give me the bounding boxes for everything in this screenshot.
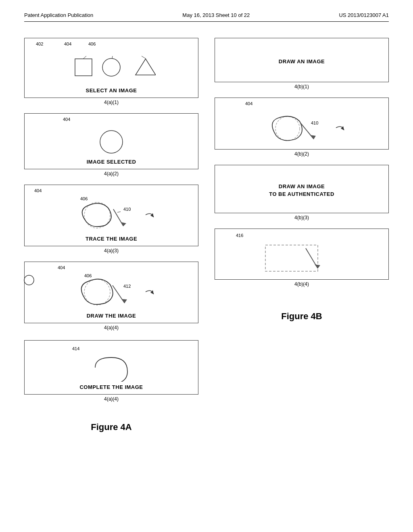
svg-marker-10	[121, 222, 126, 226]
svg-4a1	[67, 53, 156, 85]
svg-rect-0	[75, 59, 92, 76]
svg-point-14	[84, 279, 110, 305]
svg-4a5	[75, 353, 148, 382]
fig-label-4a5: 4(a)(4)	[24, 396, 198, 402]
figure-4b-title: Figure 4B	[281, 311, 322, 321]
svg-marker-16	[121, 299, 127, 303]
header-left: Patent Application Publication	[24, 12, 93, 18]
annot-406-1: 406	[88, 42, 96, 46]
svg-4a3	[65, 197, 158, 233]
svg-small-circle	[23, 274, 35, 286]
panel-4a4-label: DRAW THE IMAGE	[29, 313, 193, 319]
annot-410-b2: 410	[311, 121, 318, 125]
fig-label-4b2: 4(b)(2)	[215, 151, 389, 157]
panel-4a2: 404 IMAGE SELECTED 4(a)(2)	[24, 113, 198, 177]
panel-4a3: 404 406 410	[24, 185, 198, 254]
svg-4a2	[67, 127, 156, 156]
svg-line-3	[112, 56, 113, 58]
page-header: Patent Application Publication May 16, 2…	[24, 12, 389, 22]
panel-4a3-label: TRACE THE IMAGE	[29, 236, 193, 242]
fig-label-4a2: 4(a)(2)	[24, 171, 198, 177]
svg-4a4	[65, 274, 158, 310]
fig-label-4a4: 4(a)(4)	[24, 325, 198, 330]
panel-4a1: 402 404 406	[24, 38, 198, 105]
panel-4b2: 404 410 4(b)(2)	[215, 98, 389, 157]
page: Patent Application Publication May 16, 2…	[0, 0, 413, 532]
fig-label-4a1: 4(a)(1)	[24, 100, 198, 105]
panel-4b1-label: DRAW AN IMAGE	[279, 58, 325, 64]
svg-marker-24	[315, 264, 320, 268]
panel-4b4: 416 4(b)(4)	[215, 229, 389, 287]
svg-marker-4	[136, 59, 156, 75]
figure-4a-title-area: Figure 4A	[24, 422, 198, 432]
svg-4b2	[255, 111, 348, 145]
panel-4b3-label: DRAW AN IMAGETO BE AUTHENTICATED	[269, 183, 334, 198]
header-right: US 2013/0123007 A1	[339, 12, 389, 18]
svg-line-5	[142, 56, 146, 59]
svg-point-6	[100, 131, 123, 153]
panel-4a1-label: SELECT AN IMAGE	[29, 87, 193, 94]
main-content: 402 404 406	[24, 38, 389, 432]
col-right: DRAW AN IMAGE 4(b)(1) 404 410	[215, 38, 389, 432]
fig-label-4a3: 4(a)(3)	[24, 248, 198, 254]
fig-label-4b4: 4(b)(4)	[215, 281, 389, 287]
fig-label-4b1: 4(b)(1)	[215, 84, 389, 89]
header-center: May 16, 2013 Sheet 10 of 22	[182, 12, 250, 18]
annot-410-3: 410	[123, 207, 131, 212]
svg-rect-22	[265, 245, 318, 271]
col-left: 402 404 406	[24, 38, 198, 432]
annot-406-3: 406	[80, 196, 88, 201]
annot-404-2: 404	[63, 117, 70, 122]
annot-404-4: 404	[58, 265, 65, 270]
annot-416: 416	[236, 233, 243, 238]
svg-line-12	[117, 212, 121, 212]
panel-4a4: 404 406 412 DRAW T	[24, 262, 198, 330]
annot-404-b2: 404	[245, 101, 252, 106]
panel-4a5: 414 COMPLETE THE IMAGE 4(a)(4)	[24, 340, 198, 402]
annot-402: 402	[36, 42, 43, 46]
figure-4b-title-area: Figure 4B	[215, 311, 389, 322]
panel-4a2-label: IMAGE SELECTED	[29, 159, 193, 165]
svg-4b4	[257, 241, 346, 275]
svg-point-18	[275, 116, 300, 141]
annot-406-4: 406	[84, 273, 92, 278]
svg-line-1	[83, 56, 86, 59]
annot-412: 412	[123, 284, 131, 289]
svg-point-13	[24, 275, 34, 285]
svg-point-2	[102, 58, 120, 76]
annot-414: 414	[72, 346, 79, 351]
fig-label-4b3: 4(b)(3)	[215, 215, 389, 220]
annot-404-1: 404	[64, 42, 71, 46]
panel-4b1: DRAW AN IMAGE 4(b)(1)	[215, 38, 389, 89]
annot-404-3: 404	[34, 188, 42, 193]
panel-4b3: DRAW AN IMAGETO BE AUTHENTICATED 4(b)(3)	[215, 165, 389, 220]
panel-4a5-label: COMPLETE THE IMAGE	[29, 384, 193, 390]
figure-4a-title: Figure 4A	[91, 422, 131, 432]
